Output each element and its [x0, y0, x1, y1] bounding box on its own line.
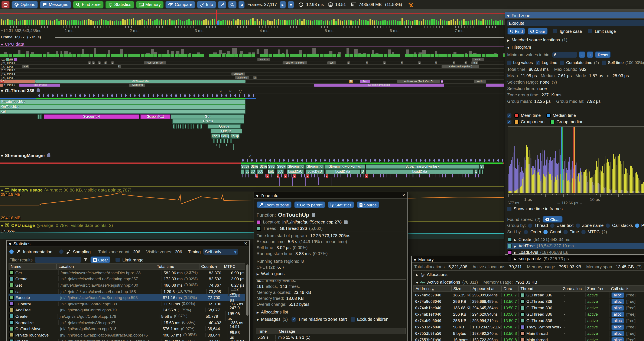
statistics-row[interactable]: Executejni/../jni/src/claw/base/LuaScrip…: [8, 294, 245, 301]
timeline-zone[interactable]: [178, 124, 179, 129]
timeline-zone[interactable]: Strea: [268, 164, 276, 169]
active-allocations-toggle[interactable]: Active allocations (70,311) Memory usage…: [412, 278, 644, 286]
timeline-zone[interactable]: [193, 124, 194, 129]
cpu-zone[interactable]: c: [98, 62, 100, 65]
group-by-radio-user-text[interactable]: [550, 223, 554, 228]
group-by-radio-parent[interactable]: [635, 223, 639, 228]
found-zone-row[interactable]: Create(54,131) 643.34 ms: [507, 236, 644, 243]
cpu-zone[interactable]: c: [347, 62, 350, 65]
cpu-zone[interactable]: c: [464, 62, 467, 65]
timeline-zone[interactable]: [216, 139, 218, 143]
ignore-case-checkbox[interactable]: [553, 29, 557, 33]
cpu-zone[interactable]: [0, 84, 4, 87]
alloc-callstack-button[interactable]: alloc: [611, 311, 624, 317]
cpu-usage-graph[interactable]: 17.86%: [0, 228, 504, 239]
statistics-row[interactable]: OnTouchMovejni/../jni/src/guif/Screen.cp…: [8, 326, 245, 332]
go-to-parent-button[interactable]: ↑Go to parent: [294, 201, 325, 208]
cpu-zone[interactable]: GLThread 336: [36, 80, 246, 83]
timeline-zone[interactable]: [40, 114, 42, 119]
alloc-callstack-button[interactable]: alloc: [611, 337, 624, 341]
timeline-zone[interactable]: Streaming: [305, 164, 324, 169]
compare-button[interactable]: Compare: [165, 1, 195, 8]
context-switch-mark[interactable]: C: [276, 174, 279, 178]
timeline-zone[interactable]: Strea: [259, 164, 267, 169]
statistics-titlebar[interactable]: Statistics ✕: [7, 241, 249, 247]
context-switch-mark[interactable]: C: [293, 174, 296, 178]
statistics-row[interactable]: calljni/../jni/../../../src/claw/base/Lu…: [8, 288, 245, 294]
timeline-zone[interactable]: LoaU: [212, 134, 220, 138]
sort-by-radio-count[interactable]: [544, 230, 548, 234]
timeline-zone[interactable]: [479, 169, 481, 174]
cpu-zone[interactable]: StreamingManager: [314, 84, 444, 87]
timeline-zone[interactable]: ScreenText: [44, 114, 139, 119]
cpu-zone[interactable]: Trac: [360, 80, 370, 83]
zone-flag-marker[interactable]: [220, 88, 222, 93]
found-zone-row[interactable]: AddTree(18,542) 227.19 ms: [507, 243, 644, 249]
messages-button[interactable]: Messages: [40, 1, 71, 8]
timeline-zone[interactable]: [185, 124, 186, 129]
timeline-zone[interactable]: Strea: [276, 164, 286, 169]
context-switch-mark[interactable]: C: [365, 174, 368, 178]
filter-clear-button[interactable]: Clear: [90, 256, 110, 263]
find-zone-titlebar[interactable]: Find zone ✕: [505, 12, 644, 19]
collapse-icon[interactable]: [256, 317, 259, 321]
cpu-zone[interactable]: mi.t: [472, 62, 478, 65]
cpu-zone[interactable]: Ti: [349, 80, 353, 83]
context-switch-mark[interactable]: C: [284, 174, 286, 178]
cpu-zone[interactable]: audio: [474, 80, 486, 83]
allocation-row[interactable]: 0x74a9d68040256 KB295,668,489ns13:50.7GL…: [414, 298, 644, 304]
cpu-zone[interactable]: cds: [327, 62, 336, 65]
cpu-zone[interactable]: aud: [22, 65, 29, 68]
timeline-zone[interactable]: Create: [172, 119, 244, 124]
stats-limit-range-checkbox[interactable]: [116, 258, 120, 262]
timeline-zone[interactable]: LcU: [250, 169, 256, 174]
statistics-row[interactable]: PrivateTouchMovejni/../jni/src/claw/appl…: [8, 332, 245, 338]
clipboard-icon[interactable]: [344, 220, 348, 224]
message-row[interactable]: 5.59 smip 11 w 1 h 1 (1): [256, 334, 406, 340]
timeline-zone[interactable]: LoiUp: [221, 134, 230, 138]
cpu-zone[interactable]: audio: [472, 58, 484, 61]
prev-frame-button[interactable]: [238, 1, 245, 8]
timeline-zone[interactable]: St: [480, 164, 484, 169]
alloc-callstack-button[interactable]: alloc: [611, 305, 624, 311]
allocation-row[interactable]: 0x7531d7b04096 KB1:10 234,952,16112:40.7…: [414, 324, 644, 330]
find-zone-search-input[interactable]: Execute: [507, 20, 644, 26]
statistics-row[interactable]: ~Controljni/../jni/src/guif/Control.cpp:…: [8, 301, 245, 307]
sort-by-radio-time[interactable]: [563, 230, 568, 234]
timeline-zone[interactable]: Strean: [241, 164, 250, 169]
legend-checkbox[interactable]: [507, 113, 512, 118]
group-by-radio-zone-name[interactable]: [576, 223, 580, 228]
zoom-to-zone-button[interactable]: Zoom to zone: [256, 201, 292, 208]
column-header[interactable]: Address: [414, 286, 451, 291]
column-header[interactable]: Thread: [518, 286, 561, 291]
time-relative-checkbox[interactable]: [292, 317, 296, 321]
cpu-zone[interactable]: A: [441, 80, 443, 83]
histogram-toggle[interactable]: Histogram: [505, 42, 644, 50]
allocations-list-toggle[interactable]: Allocations list: [254, 308, 408, 314]
timeline-zone[interactable]: OnTouchUp: [0, 104, 246, 109]
frame-fence[interactable]: Frame 32,661 (6.05 s): [0, 35, 504, 40]
allocation-row[interactable]: 0x7553b9fa508 bytes153,492,240ns13:50.8M…: [414, 330, 644, 336]
filter-funnel-icon[interactable]: [84, 258, 88, 262]
cpu-zone[interactable]: c: [383, 62, 386, 65]
timeline-zone[interactable]: [172, 124, 175, 129]
timeline-zone[interactable]: LU: [245, 169, 249, 174]
allocations-toggle[interactable]: @ Allocations: [412, 271, 644, 278]
cpu-zone[interactable]: [4, 80, 36, 83]
timeline-zone[interactable]: Queue: [208, 124, 241, 129]
zoom-tool-button[interactable]: [228, 1, 236, 8]
found-clear-button[interactable]: Clear: [542, 216, 562, 223]
statistics-row[interactable]: AddTreejni/../jni/src/guif/Control.cpp:6…: [8, 307, 245, 313]
column-header[interactable]: Location: [56, 264, 155, 269]
statistics-row[interactable]: Unloadjni/../jni/src/claw/graphics/pixel…: [8, 338, 245, 341]
timeline-zone[interactable]: [197, 124, 198, 129]
legend-checkbox[interactable]: [507, 120, 512, 124]
cpu-zone[interactable]: [6, 58, 10, 61]
tools-button[interactable]: [218, 1, 226, 8]
column-header[interactable]: Name: [9, 264, 56, 269]
cpu-zone[interactable]: c: [453, 62, 455, 65]
zone-flag-marker[interactable]: [239, 88, 242, 93]
context-switch-mark[interactable]: C: [256, 174, 258, 178]
log-time-checkbox[interactable]: [536, 60, 540, 65]
timeline-zone[interactable]: [176, 124, 177, 129]
